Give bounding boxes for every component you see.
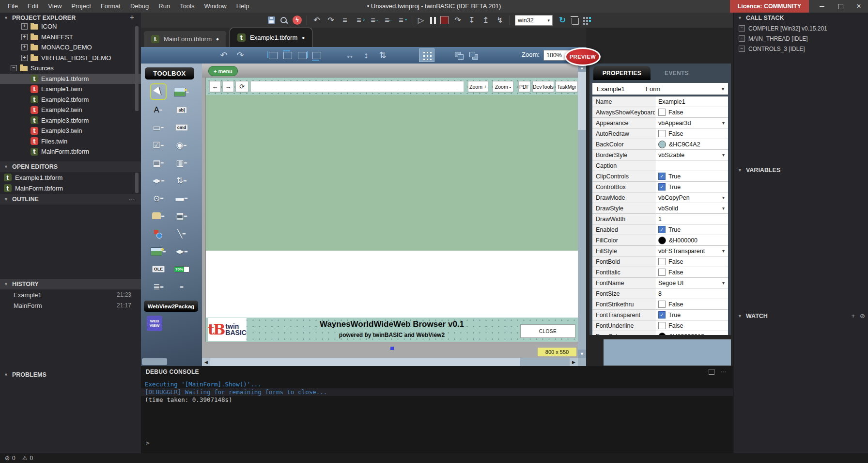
property-value[interactable]: vbFSTransparent ▾ — [655, 246, 728, 256]
tree-item[interactable]: Files.twin — [0, 136, 141, 147]
problems-header[interactable]: ▼ PROBLEMS — [0, 369, 141, 380]
tree-item[interactable]: + MONACO_DEMO — [0, 42, 141, 53]
console-panel-icon[interactable] — [709, 369, 714, 375]
refresh-icon[interactable]: ↻ — [558, 15, 567, 26]
tab-properties[interactable]: PROPERTIES — [593, 66, 651, 80]
toolbox-header[interactable]: TOOLBOX — [145, 67, 194, 80]
checkbox-icon[interactable] — [658, 322, 666, 329]
menu-item[interactable]: Edit — [23, 0, 43, 13]
expander-icon[interactable]: + — [21, 23, 28, 30]
more-actions-icon[interactable]: ⋯ — [129, 196, 136, 203]
tree-item[interactable]: Example1.tbform — [0, 74, 141, 84]
checkbox-icon[interactable] — [658, 301, 666, 308]
property-value[interactable]: Segoe UI ▾ — [655, 278, 728, 288]
property-value[interactable]: True ▾ — [655, 310, 728, 320]
align-left-icon[interactable] — [269, 52, 278, 59]
history-item[interactable]: Example1 21:23 — [0, 289, 141, 300]
property-row[interactable]: DrawStyle vbSolid ▾ — [592, 203, 728, 214]
collapse-icon[interactable]: ▼ — [4, 164, 8, 169]
justify-lines-icon[interactable]: ≡ — [340, 15, 350, 26]
step-into-icon[interactable]: ↧ — [467, 15, 477, 26]
tree-item[interactable]: Example2.tbform — [0, 95, 141, 105]
checkbox-icon[interactable] — [658, 109, 666, 116]
object-selector[interactable]: Example1 Form ▾ — [592, 83, 728, 95]
ole-tool[interactable]: OLE — [149, 260, 168, 278]
dropdown-caret-icon[interactable]: ▾ — [722, 120, 725, 126]
scroll-left-icon[interactable]: ◀ — [202, 358, 210, 366]
distribute-icon[interactable]: ⇅ — [377, 50, 388, 61]
checkbox-icon[interactable] — [658, 311, 666, 319]
property-value[interactable]: False ▾ — [655, 320, 728, 331]
property-row[interactable]: BorderStyle vbSizable ▾ — [592, 150, 728, 160]
variables-header[interactable]: ▼ VARIABLES — [734, 165, 868, 176]
menu-item[interactable]: Debug — [125, 0, 154, 13]
taskmgr-button[interactable]: TaskMgr — [556, 81, 578, 92]
progressbar-tool[interactable]: 70% — [172, 260, 191, 278]
stop-icon[interactable] — [440, 16, 449, 24]
property-row[interactable]: FillColor &H000000 ▾ — [592, 235, 728, 246]
align-right-icon[interactable] — [298, 52, 307, 59]
property-row[interactable]: FontSize 8 ▾ — [592, 288, 728, 299]
property-row[interactable]: Caption ▾ — [592, 160, 728, 171]
call-stack-item[interactable]: − CONTROLS_3 [IDLE] — [734, 44, 868, 54]
devtools-button[interactable]: DevTools — [532, 81, 554, 92]
dirlistbox-tool[interactable] — [149, 208, 168, 225]
drivelistbox-tool[interactable]: ▬ — [172, 190, 191, 208]
history-header[interactable]: ▼ HISTORY — [0, 279, 141, 289]
collapse-icon[interactable]: ▼ — [4, 372, 8, 377]
open-editor-item[interactable]: MainForm.tbform — [0, 183, 141, 193]
property-row[interactable]: DrawWidth 1 ▾ — [592, 214, 728, 224]
expander-icon[interactable]: + — [21, 44, 28, 50]
vertical-scroll-thumb[interactable] — [578, 72, 586, 130]
indent-chevron-icon[interactable]: ≡› — [354, 15, 364, 26]
vscrollbar-tool[interactable]: ⇅ — [172, 172, 191, 190]
property-row[interactable]: Name Example1 ▾ — [592, 96, 728, 107]
indent-right-icon[interactable]: ≡→ — [368, 15, 378, 26]
close-form-button[interactable]: CLOSE — [520, 324, 575, 338]
webview-placeholder[interactable] — [206, 95, 578, 251]
dropdown-caret-icon[interactable]: ▾ — [722, 280, 725, 286]
property-value[interactable]: vbCopyPen ▾ — [655, 192, 728, 203]
redo-icon[interactable]: ↷ — [326, 15, 336, 26]
tree-item[interactable]: + VIRTUAL_HOST_DEMO — [0, 53, 141, 64]
property-value[interactable]: True ▾ — [655, 182, 728, 192]
property-row[interactable]: ControlBox True ▾ — [592, 182, 728, 192]
property-row[interactable]: ForeColor &H80000012 ▾ — [592, 331, 728, 335]
selection-handle[interactable] — [390, 347, 394, 350]
data-tool[interactable]: ◂▸ — [172, 243, 191, 261]
browser-back-button[interactable]: ← — [209, 81, 221, 92]
property-value[interactable]: False ▾ — [655, 299, 728, 309]
pdf-button[interactable]: PDF — [518, 81, 530, 92]
combobox-tool[interactable]: ▤ — [149, 154, 168, 172]
property-value[interactable]: Example1 ▾ — [655, 96, 728, 107]
step-out-icon[interactable]: ↥ — [481, 15, 491, 26]
preview-button[interactable]: PREVIEW — [565, 48, 601, 66]
add-watch-icon[interactable]: + — [852, 312, 855, 319]
send-to-back-icon[interactable] — [469, 52, 478, 59]
close-window-button[interactable]: × — [850, 0, 868, 13]
collapse-icon[interactable]: ▼ — [738, 168, 742, 173]
tree-item[interactable]: Example3.tbform — [0, 115, 141, 126]
list-bullet-icon[interactable]: ≡• — [396, 15, 406, 26]
checkbox-icon[interactable] — [658, 269, 666, 276]
tree-item[interactable]: + MANIFEST — [0, 32, 141, 43]
zoom-in-button[interactable]: Zoom + — [468, 81, 488, 92]
center-vertical-icon[interactable]: ↕ — [361, 50, 372, 61]
undo-icon[interactable]: ↶ — [312, 15, 322, 26]
menu-item[interactable]: Window — [199, 0, 231, 13]
collapse-icon[interactable]: ▼ — [4, 282, 8, 287]
call-stack-item[interactable]: − MAIN_THREAD [IDLE] — [734, 33, 868, 44]
warnings-status[interactable]: ⚠ 0 — [22, 455, 33, 462]
search-icon[interactable] — [279, 16, 288, 25]
scroll-down-icon[interactable]: ▼ — [578, 350, 586, 358]
designed-form[interactable]: ← → ⟳ Zoom + Zoom - PDF DevTools TaskMgr… — [206, 78, 578, 342]
property-row[interactable]: Appearance vbAppear3d ▾ — [592, 118, 728, 128]
collapse-box-icon[interactable]: − — [739, 46, 745, 52]
property-value[interactable]: vbAppear3d ▾ — [655, 118, 728, 128]
white-panel[interactable] — [206, 251, 578, 318]
property-value[interactable]: &H000000 ▾ — [655, 235, 728, 245]
filelistbox-tool[interactable]: ▤ — [172, 208, 191, 225]
menu-item[interactable]: Project — [66, 0, 95, 13]
tree-item[interactable]: − Sources — [0, 63, 141, 74]
property-row[interactable]: FontItalic False ▾ — [592, 267, 728, 278]
